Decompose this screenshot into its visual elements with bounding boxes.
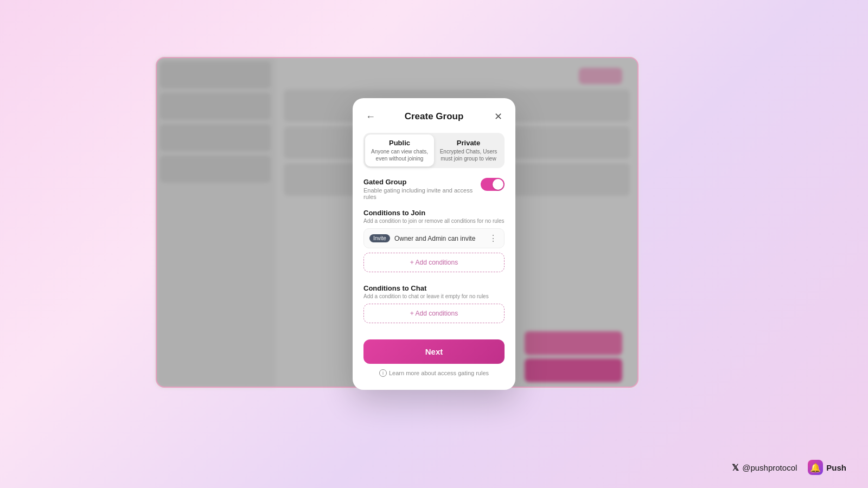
condition-text: Owner and Admin can invite: [394, 235, 475, 242]
modal-header: ← Create Group ✕: [363, 111, 505, 122]
next-button[interactable]: Next: [363, 339, 505, 364]
condition-item-invite: Invite Owner and Admin can invite ⋮: [363, 228, 505, 248]
conditions-to-join-section: Conditions to Join Add a condition to jo…: [363, 209, 505, 277]
tab-public-desc: Anyone can view chats, even without join…: [368, 148, 431, 162]
learn-more-text: Learn more about access gating rules: [389, 370, 489, 376]
tab-public[interactable]: Public Anyone can view chats, even witho…: [365, 134, 434, 166]
close-button[interactable]: ✕: [492, 108, 505, 125]
conditions-to-join-title: Conditions to Join: [363, 209, 505, 217]
conditions-to-chat-section: Conditions to Chat Add a condition to ch…: [363, 284, 505, 328]
conditions-to-chat-title: Conditions to Chat: [363, 284, 505, 292]
tab-private[interactable]: Private Encrypted Chats, Users must join…: [434, 134, 503, 166]
create-group-modal: ← Create Group ✕ Public Anyone can view …: [353, 98, 515, 390]
gated-group-toggle[interactable]: [481, 178, 505, 191]
back-button[interactable]: ←: [363, 109, 378, 125]
modal-title: Create Group: [405, 111, 464, 122]
invite-badge: Invite: [369, 234, 390, 242]
conditions-to-join-subtitle: Add a condition to join or remove all co…: [363, 218, 505, 224]
bell-icon: 🔔: [808, 460, 823, 475]
modal-backdrop: ← Create Group ✕ Public Anyone can view …: [0, 0, 868, 488]
tab-public-label: Public: [368, 139, 431, 147]
condition-item-left: Invite Owner and Admin can invite: [369, 234, 475, 242]
gated-group-sublabel: Enable gating including invite and acces…: [363, 187, 481, 200]
push-branding: 🔔 Push: [808, 460, 846, 475]
info-icon: i: [379, 369, 387, 377]
gated-group-row: Gated Group Enable gating including invi…: [363, 178, 505, 200]
toggle-knob: [493, 179, 503, 190]
learn-more-link[interactable]: i Learn more about access gating rules: [363, 369, 505, 377]
push-label: Push: [826, 463, 846, 472]
branding: 𝕏 @pushprotocol 🔔 Push: [732, 460, 846, 475]
add-conditions-chat-button[interactable]: + Add conditions: [363, 304, 505, 323]
twitter-handle: @pushprotocol: [742, 463, 797, 472]
condition-options-button[interactable]: ⋮: [488, 233, 499, 243]
conditions-to-chat-subtitle: Add a condition to chat or leave it empt…: [363, 293, 505, 299]
twitter-branding: 𝕏 @pushprotocol: [732, 463, 797, 473]
add-conditions-join-button[interactable]: + Add conditions: [363, 253, 505, 272]
gated-group-label: Gated Group: [363, 178, 481, 186]
tab-switcher: Public Anyone can view chats, even witho…: [363, 133, 505, 168]
x-logo-icon: 𝕏: [732, 463, 739, 473]
gated-group-info: Gated Group Enable gating including invi…: [363, 178, 481, 200]
tab-private-label: Private: [437, 139, 500, 147]
tab-private-desc: Encrypted Chats, Users must join group t…: [437, 148, 500, 162]
